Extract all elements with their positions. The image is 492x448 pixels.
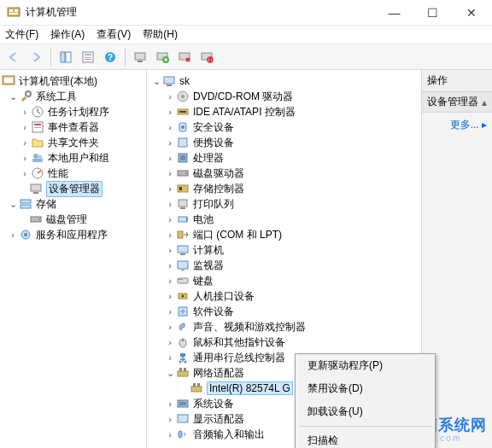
left-services[interactable]: › 服务和应用程序 <box>0 227 146 242</box>
menu-view[interactable]: 查看(V) <box>97 27 131 42</box>
twisty-closed-icon[interactable]: › <box>164 245 176 255</box>
device-category[interactable]: ›存储控制器 <box>147 181 421 196</box>
left-shared[interactable]: › 共享文件夹 <box>0 135 146 150</box>
twisty-closed-icon[interactable]: › <box>164 153 176 163</box>
svg-rect-60 <box>178 261 188 269</box>
device-category[interactable]: ›安全设备 <box>147 119 421 135</box>
left-perf[interactable]: › 性能 <box>0 166 146 181</box>
twisty-closed-icon[interactable]: › <box>164 107 176 117</box>
twisty-closed-icon[interactable]: › <box>164 337 176 347</box>
device-category[interactable]: ›IDE ATA/ATAPI 控制器 <box>147 104 421 119</box>
scan-hardware-button[interactable] <box>130 47 150 67</box>
twisty-closed-icon[interactable]: › <box>19 122 31 132</box>
twisty-closed-icon[interactable]: › <box>19 137 31 148</box>
close-button[interactable]: ✕ <box>452 1 490 25</box>
twisty-open-icon[interactable]: ⌄ <box>150 76 162 87</box>
category-label: 键盘 <box>193 274 214 288</box>
actions-more[interactable]: 更多... ▸ <box>422 113 492 137</box>
device-category[interactable]: ›键盘 <box>147 273 421 288</box>
device-category[interactable]: ›DVD/CD-ROM 驱动器 <box>147 89 421 104</box>
app-icon <box>7 6 20 20</box>
device-category[interactable]: ›鼠标和其他指针设备 <box>147 335 421 350</box>
twisty-closed-icon[interactable]: › <box>164 322 176 332</box>
twisty-closed-icon[interactable]: › <box>164 291 176 301</box>
forward-button[interactable] <box>26 47 46 67</box>
twisty-open-icon[interactable]: ⌄ <box>7 91 19 102</box>
twisty-closed-icon[interactable]: › <box>164 168 176 178</box>
twisty-closed-icon[interactable]: › <box>164 91 176 102</box>
left-users[interactable]: › 本地用户和组 <box>0 150 146 166</box>
svg-rect-77 <box>193 383 196 387</box>
menu-file[interactable]: 文件(F) <box>5 27 38 42</box>
twisty-closed-icon[interactable]: › <box>164 306 176 317</box>
twisty-closed-icon[interactable]: › <box>164 214 176 224</box>
twisty-closed-icon[interactable]: › <box>164 429 176 439</box>
twisty-closed-icon[interactable]: › <box>19 168 31 178</box>
ctx-update-driver[interactable]: 更新驱动程序(P) <box>296 354 435 377</box>
actions-subheader[interactable]: 设备管理器 ▴ <box>422 92 492 113</box>
device-root[interactable]: ⌄ sk <box>147 73 421 89</box>
help-button[interactable]: ? <box>100 47 120 67</box>
device-category[interactable]: ›便携设备 <box>147 135 421 150</box>
device-category[interactable]: ›端口 (COM 和 LPT) <box>147 227 421 242</box>
category-label: 通用串行总线控制器 <box>193 351 285 365</box>
twisty-closed-icon[interactable]: › <box>164 399 176 409</box>
twisty-closed-icon[interactable]: › <box>164 199 176 209</box>
device-category[interactable]: ›打印队列 <box>147 196 421 212</box>
maximize-button[interactable]: ☐ <box>413 1 452 25</box>
ctx-disable-device[interactable]: 禁用设备(D) <box>296 377 435 400</box>
back-button[interactable] <box>3 47 24 67</box>
twisty-closed-icon[interactable]: › <box>164 260 176 271</box>
menu-action[interactable]: 操作(A) <box>50 27 85 42</box>
svg-rect-78 <box>197 383 200 387</box>
left-dev-mgr[interactable]: 设备管理器 <box>0 181 146 196</box>
ctx-uninstall-device[interactable]: 卸载设备(U) <box>296 400 435 423</box>
device-category[interactable]: ›计算机 <box>147 242 421 258</box>
twisty-closed-icon[interactable]: › <box>164 414 176 424</box>
svg-rect-61 <box>181 270 184 271</box>
twisty-closed-icon[interactable]: › <box>164 230 176 240</box>
twisty-closed-icon[interactable]: › <box>164 183 176 194</box>
twisty-open-icon[interactable]: ⌄ <box>7 199 19 210</box>
left-storage[interactable]: ⌄ 存储 <box>0 196 146 212</box>
uninstall-button[interactable] <box>174 47 195 67</box>
ctx-scan-hardware[interactable]: 扫描检 <box>296 429 435 448</box>
left-root[interactable]: 计算机管理(本地) <box>0 73 146 89</box>
svg-rect-13 <box>138 61 143 62</box>
left-event-viewer[interactable]: › 事件查看器 <box>0 119 146 135</box>
left-tree-pane[interactable]: 计算机管理(本地) ⌄ 系统工具 › 任务计划程序 › 事件查看器 › 共享文件… <box>0 70 147 448</box>
twisty-closed-icon[interactable]: › <box>164 122 176 132</box>
category-label: 计算机 <box>193 243 224 258</box>
twisty-open-icon[interactable]: ⌄ <box>164 368 176 379</box>
svg-rect-63 <box>179 279 180 280</box>
svg-rect-82 <box>179 431 182 438</box>
svg-rect-80 <box>179 402 186 405</box>
properties-button[interactable] <box>78 47 98 67</box>
svg-point-27 <box>38 155 43 160</box>
device-category[interactable]: ›电池 <box>147 212 421 227</box>
twisty-closed-icon[interactable]: › <box>164 137 176 148</box>
device-category[interactable]: ›处理器 <box>147 150 421 166</box>
device-category[interactable]: ›声音、视频和游戏控制器 <box>147 319 421 335</box>
show-hide-tree-button[interactable] <box>56 47 76 67</box>
update-driver-button[interactable] <box>152 47 173 67</box>
toolbar: ? <box>0 44 492 70</box>
disable-button[interactable] <box>196 47 217 67</box>
left-task-sched[interactable]: › 任务计划程序 <box>0 104 146 119</box>
device-category[interactable]: ›监视器 <box>147 258 421 273</box>
disk-icon <box>29 212 43 226</box>
device-category[interactable]: ›磁盘驱动器 <box>147 166 421 181</box>
left-disk-mgmt[interactable]: 磁盘管理 <box>0 212 146 227</box>
left-sys-tools[interactable]: ⌄ 系统工具 <box>0 89 146 104</box>
twisty-closed-icon[interactable]: › <box>19 107 31 117</box>
device-category[interactable]: ›人机接口设备 <box>147 288 421 304</box>
device-category[interactable]: ›软件设备 <box>147 304 421 319</box>
menu-help[interactable]: 帮助(H) <box>143 27 178 42</box>
twisty-closed-icon[interactable]: › <box>7 230 19 240</box>
twisty-closed-icon[interactable]: › <box>19 153 31 163</box>
category-icon <box>176 182 190 195</box>
computer-icon <box>162 74 176 88</box>
twisty-closed-icon[interactable]: › <box>164 352 176 363</box>
minimize-button[interactable]: — <box>375 1 413 25</box>
twisty-closed-icon[interactable]: › <box>164 276 176 286</box>
